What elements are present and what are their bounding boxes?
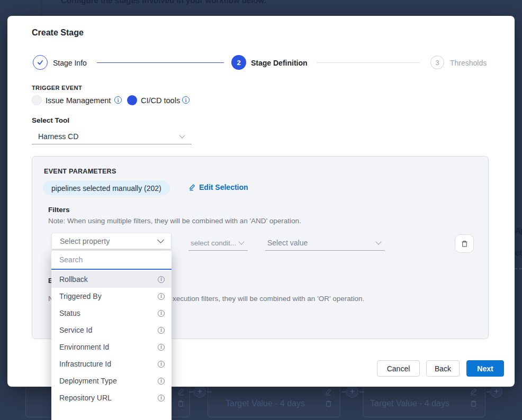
add-stage-button: + <box>194 386 206 398</box>
condition-select-placeholder: select condit... <box>191 239 236 247</box>
radio-label-cicd-tools[interactable]: CI/CD tools <box>141 96 180 105</box>
option-label: Triggered By <box>59 292 102 300</box>
value-select-placeholder: Select value <box>267 239 308 247</box>
stepper-connector <box>317 62 420 63</box>
info-icon[interactable] <box>158 344 165 351</box>
info-icon[interactable] <box>182 96 190 104</box>
radio-issue-management[interactable] <box>32 95 42 105</box>
background-divider <box>41 0 42 16</box>
trash-icon <box>470 399 478 407</box>
info-icon[interactable] <box>158 310 165 317</box>
chevron-down-icon <box>238 239 244 244</box>
option-label: Repository URL <box>59 394 112 402</box>
create-stage-dialog: Create Stage Stage Info 2 Stage Definiti… <box>7 16 515 387</box>
search-input[interactable] <box>59 255 164 264</box>
dropdown-option-infrastructure-id[interactable]: Infrastructure Id <box>51 355 172 372</box>
trigger-event-label: TRIGGER EVENT <box>32 85 82 91</box>
connector-dash <box>341 391 346 392</box>
step-label-thresholds[interactable]: Thresholds <box>450 59 487 67</box>
check-icon <box>37 59 44 66</box>
chevron-down-icon <box>179 132 185 138</box>
select-tool-label: Select Tool <box>32 116 69 124</box>
dropdown-option-environment-id[interactable]: Environment Id <box>51 339 172 355</box>
connector-dash <box>207 391 212 392</box>
dropdown-option-rollback[interactable]: Rollback <box>51 271 172 288</box>
info-icon[interactable] <box>158 395 165 401</box>
delete-filter-button[interactable] <box>455 234 474 253</box>
edit-selection-link[interactable]: Edit Selection <box>188 183 248 191</box>
step-label-stage-info[interactable]: Stage Info <box>53 59 87 67</box>
background-page-subtitle: Configure the stages involved in your wo… <box>61 0 266 5</box>
cancel-button[interactable]: Cancel <box>377 360 420 377</box>
edit-selection-label: Edit Selection <box>199 183 248 191</box>
filters-heading: Filters <box>48 206 70 214</box>
value-select[interactable]: Select value <box>265 235 385 251</box>
radio-cicd-tools[interactable] <box>127 95 137 105</box>
step-number: 3 <box>435 59 439 67</box>
stage-card-label: Target Value - 4 days <box>370 399 449 408</box>
dialog-title: Create Stage <box>32 28 84 38</box>
add-stage-button: + <box>346 386 358 398</box>
filters-note: Note: When using multiple filters, they … <box>48 217 301 225</box>
trash-icon <box>325 399 332 407</box>
radio-label-issue-management[interactable]: Issue Management <box>46 96 111 105</box>
info-icon[interactable] <box>158 327 165 334</box>
property-select-placeholder: Select property <box>60 237 110 245</box>
step-stage-definition-indicator[interactable]: 2 <box>231 55 246 70</box>
stage-card-label: Target Value - 4 days <box>226 399 305 408</box>
option-label: Rollback <box>59 275 88 284</box>
edit-icon <box>325 388 332 396</box>
dropdown-option-deployment-type[interactable]: Deployment Type <box>51 372 172 389</box>
background-text-fragment: et <box>515 249 521 257</box>
step-number: 2 <box>237 59 240 67</box>
chevron-down-icon <box>375 239 381 244</box>
add-stage-button: + <box>490 386 502 398</box>
selection-pill: pipelines selected manually (202) <box>43 181 170 195</box>
condition-select[interactable]: select condit... <box>188 235 248 251</box>
dropdown-option-list: Rollback Triggered By Status Service Id … <box>51 270 172 406</box>
property-select[interactable]: Select property <box>51 233 172 249</box>
trash-icon <box>461 240 469 248</box>
step-label-stage-definition[interactable]: Stage Definition <box>251 59 308 67</box>
event-parameters-heading: EVENT PARAMETERS <box>44 168 116 175</box>
stepper-connector <box>97 62 224 63</box>
info-icon[interactable] <box>114 96 122 104</box>
option-label: Deployment Type <box>59 377 117 385</box>
info-icon[interactable] <box>158 276 165 283</box>
trash-icon <box>177 399 185 407</box>
back-button[interactable]: Back <box>426 360 460 377</box>
info-icon[interactable] <box>158 361 165 368</box>
edit-icon <box>177 388 185 396</box>
background-text-fragment: Ap <box>515 226 522 235</box>
dropdown-option-repository-url[interactable]: Repository URL <box>51 389 172 406</box>
option-label: Infrastructure Id <box>59 360 111 368</box>
dropdown-option-triggered-by[interactable]: Triggered By <box>51 288 172 305</box>
option-label: Status <box>59 309 80 317</box>
edit-icon <box>188 184 196 191</box>
connector-dash <box>359 391 364 392</box>
step-thresholds-indicator[interactable]: 3 <box>430 56 444 69</box>
dropdown-option-service-id[interactable]: Service Id <box>51 322 172 339</box>
edit-icon <box>470 388 478 396</box>
property-dropdown-menu: Rollback Triggered By Status Service Id … <box>51 251 172 420</box>
connector-dash <box>189 391 194 392</box>
next-button[interactable]: Next <box>466 360 504 377</box>
dropdown-option-status[interactable]: Status <box>51 305 172 322</box>
tool-select[interactable]: Harness CD <box>32 129 192 144</box>
info-icon[interactable] <box>158 293 165 300</box>
chevron-down-icon <box>157 236 164 243</box>
execution-note-fragment: xecution filters, they will be combined … <box>173 295 364 303</box>
tool-select-value: Harness CD <box>38 132 78 141</box>
step-stage-info-indicator[interactable] <box>33 55 48 70</box>
connector-dash <box>515 268 522 269</box>
info-icon[interactable] <box>158 378 165 385</box>
option-label: Environment Id <box>59 343 109 351</box>
dropdown-search[interactable] <box>51 251 172 270</box>
option-label: Service Id <box>59 326 92 334</box>
